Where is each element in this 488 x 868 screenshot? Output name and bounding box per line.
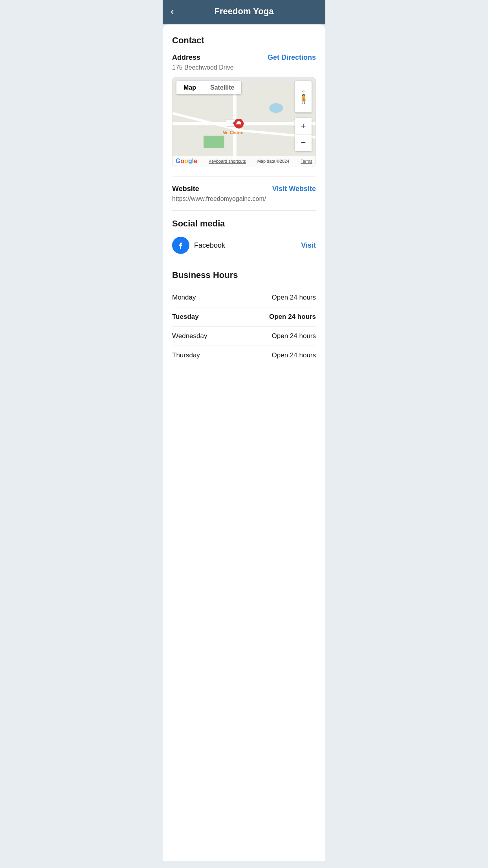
day-name: Wednesday <box>172 332 207 340</box>
address-label: Address <box>172 53 200 62</box>
website-label: Website <box>172 185 199 193</box>
hours-list: MondayOpen 24 hoursTuesdayOpen 24 hoursW… <box>172 288 316 365</box>
svg-point-8 <box>269 103 283 113</box>
business-hours-title: Business Hours <box>172 270 316 280</box>
map-toggle: Map Satellite <box>176 81 241 94</box>
hours-row: ThursdayOpen 24 hours <box>172 346 316 365</box>
page-title: Freedom Yoga <box>171 6 317 17</box>
facebook-left: Facebook <box>172 237 225 254</box>
hours-row: TuesdayOpen 24 hours <box>172 307 316 327</box>
map-zoom-controls: + − <box>295 118 312 151</box>
divider-2 <box>172 210 316 211</box>
contact-section-title: Contact <box>172 35 316 46</box>
facebook-visit-button[interactable]: Visit <box>301 241 316 250</box>
hours-value: Open 24 hours <box>269 313 316 321</box>
svg-rect-7 <box>204 136 224 148</box>
map-container[interactable]: 302 1844 Mr. Churro Map Satellite ⊹ 🧍 <box>172 77 316 167</box>
hours-value: Open 24 hours <box>272 332 316 340</box>
google-logo: Google <box>176 158 197 165</box>
website-row-header: Website Visit Website <box>172 185 316 193</box>
main-card: Contact Address Get Directions 175 Beech… <box>163 24 325 861</box>
day-name: Thursday <box>172 351 200 359</box>
hours-row: MondayOpen 24 hours <box>172 288 316 307</box>
address-value: 175 Beechwood Drive <box>172 64 316 71</box>
facebook-row: Facebook Visit <box>172 237 316 254</box>
hours-value: Open 24 hours <box>272 351 316 359</box>
map-toggle-satellite-button[interactable]: Satellite <box>203 81 241 94</box>
visit-website-button[interactable]: Visit Website <box>272 185 316 193</box>
facebook-icon <box>172 237 189 254</box>
map-toggle-map-button[interactable]: Map <box>176 81 203 94</box>
day-name: Monday <box>172 294 196 302</box>
map-data: Map data ©2024 <box>257 159 290 164</box>
divider-3 <box>172 262 316 262</box>
day-name: Tuesday <box>172 313 199 321</box>
hours-value: Open 24 hours <box>272 294 316 302</box>
back-button[interactable]: ‹ <box>171 6 174 17</box>
zoom-out-button[interactable]: − <box>295 134 312 151</box>
hours-row: WednesdayOpen 24 hours <box>172 327 316 346</box>
street-view-icon: 🧍 <box>298 94 309 104</box>
website-value: https://www.freedomyogainc.com/ <box>172 195 316 202</box>
street-view-button[interactable]: ⊹ 🧍 <box>295 81 312 112</box>
divider-1 <box>172 177 316 177</box>
zoom-in-button[interactable]: + <box>295 118 312 134</box>
map-shortcuts[interactable]: Keyboard shortcuts <box>209 159 246 164</box>
svg-text:Mr. Churro: Mr. Churro <box>222 130 244 135</box>
social-media-section-title: Social media <box>172 219 316 229</box>
app-header: ‹ Freedom Yoga <box>163 0 325 24</box>
map-footer: Google Keyboard shortcuts Map data ©2024… <box>172 156 316 167</box>
map-terms[interactable]: Terms <box>301 159 312 164</box>
address-row-header: Address Get Directions <box>172 53 316 62</box>
facebook-name: Facebook <box>194 241 225 250</box>
get-directions-button[interactable]: Get Directions <box>268 53 316 62</box>
